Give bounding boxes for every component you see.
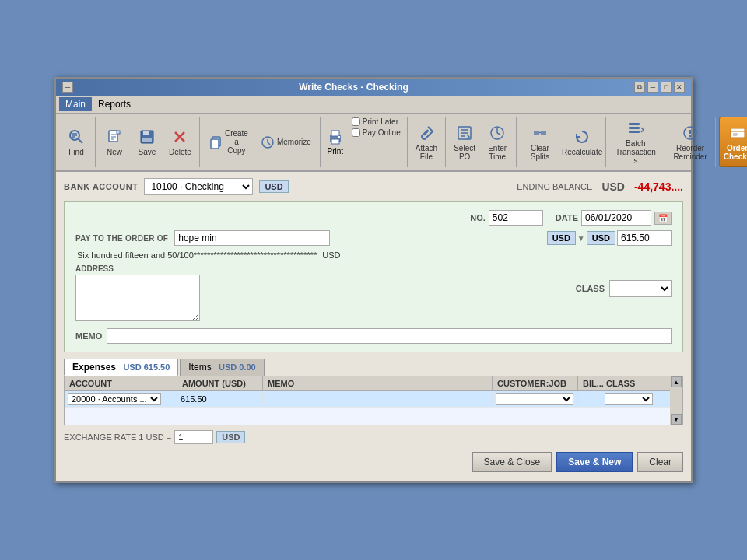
written-currency: USD <box>322 250 340 260</box>
th-customer-job: CUSTOMER:JOB <box>493 376 578 390</box>
amount-group: USD ▼ USD <box>547 230 672 246</box>
order-checks-button[interactable]: Order Checks <box>719 117 747 167</box>
delete-button[interactable]: Delete <box>164 117 196 167</box>
system-menu-btn[interactable]: ─ <box>62 82 73 93</box>
amount-cell-input[interactable] <box>181 394 259 404</box>
exchange-rate-label: EXCHANGE RATE 1 USD = <box>64 432 171 442</box>
save-close-button[interactable]: Save & Close <box>472 452 552 472</box>
balance-currency: USD <box>601 180 625 193</box>
pay-online-label: Pay Online <box>363 128 401 137</box>
new-label: New <box>107 148 122 156</box>
th-billable: BIL... <box>578 376 601 390</box>
tab-items[interactable]: Items USD 0.00 <box>180 359 264 376</box>
new-icon <box>105 128 124 146</box>
reorder-reminder-button[interactable]: Reorder Reminder <box>668 117 711 167</box>
items-tab-amount: USD 0.00 <box>219 362 256 372</box>
close-btn[interactable]: ✕ <box>674 82 685 93</box>
class-select[interactable] <box>609 280 672 297</box>
svg-point-39 <box>689 135 692 137</box>
check-no-label: NO. <box>470 213 486 222</box>
edit-group: New Save De <box>99 117 200 167</box>
account-select[interactable]: 20000 · Accounts ... <box>68 393 161 405</box>
bank-currency-badge: USD <box>259 180 288 193</box>
print-options: Print Later Pay Online <box>349 117 404 167</box>
enter-time-button[interactable]: Enter Time <box>482 117 513 167</box>
check-no-input[interactable] <box>489 210 543 226</box>
minimize-btn[interactable]: ─ <box>647 82 658 93</box>
order-checks-label: Order Checks <box>724 144 747 161</box>
enter-time-label: Enter Time <box>486 144 508 161</box>
amount-input[interactable] <box>617 230 672 246</box>
exchange-rate-row: EXCHANGE RATE 1 USD = USD <box>64 430 683 444</box>
print-group: Print Print Later Pay Online <box>324 117 408 167</box>
attach-file-button[interactable]: Attach File <box>411 117 442 167</box>
svg-rect-7 <box>117 131 120 134</box>
address-section: ADDRESS <box>75 264 200 324</box>
table-scrollbar[interactable]: ▲ ▼ <box>670 376 682 425</box>
select-po-icon <box>455 124 474 142</box>
customer-job-select[interactable] <box>496 393 573 405</box>
memo-cell-input[interactable] <box>266 394 489 404</box>
clear-splits-icon <box>531 124 549 142</box>
class-cell-select[interactable] <box>605 393 653 405</box>
pay-online-checkbox[interactable] <box>352 128 360 137</box>
svg-rect-13 <box>142 138 152 142</box>
expenses-tab-amount: USD 615.50 <box>123 362 170 372</box>
svg-rect-31 <box>534 131 539 135</box>
items-table-area: ACCOUNT AMOUNT (USD) MEMO CUSTOMER:JOB B… <box>64 376 683 425</box>
restore-btn[interactable]: ⧉ <box>634 82 645 93</box>
expenses-tab-label: Expenses <box>72 362 116 373</box>
check-date-label: DATE <box>556 213 578 222</box>
check-area: NO. DATE 📅 PAY TO THE ORDER OF USD ▼ USD <box>64 201 683 352</box>
calendar-button[interactable]: 📅 <box>654 212 672 225</box>
scroll-down-btn[interactable]: ▼ <box>671 414 682 425</box>
print-button[interactable]: Print <box>324 117 347 167</box>
save-new-button[interactable]: Save & New <box>556 452 633 472</box>
bank-account-select[interactable]: 10100 · Checking <box>144 178 253 195</box>
exchange-rate-input[interactable] <box>174 430 213 444</box>
batch-transactions-button[interactable]: Batch Transactions <box>609 117 661 167</box>
clear-button[interactable]: Clear <box>637 452 683 472</box>
clear-splits-label: Clear Splits <box>524 144 556 161</box>
recalculate-icon <box>573 128 591 146</box>
th-memo: MEMO <box>263 376 493 390</box>
select-po-button[interactable]: Select PO <box>449 117 480 167</box>
class-label: CLASS <box>576 284 605 293</box>
svg-rect-5 <box>109 131 117 142</box>
scroll-up-btn[interactable]: ▲ <box>671 376 682 387</box>
table-container: ACCOUNT AMOUNT (USD) MEMO CUSTOMER:JOB B… <box>65 376 670 425</box>
menu-item-reports[interactable]: Reports <box>92 97 137 111</box>
address-textarea[interactable] <box>75 275 200 321</box>
batch-group: Batch Transactions <box>609 117 665 167</box>
items-tab-label: Items <box>188 362 211 373</box>
check-no-field: NO. <box>470 210 543 226</box>
menu-bar: Main Reports <box>56 96 691 114</box>
pay-online-btn[interactable]: Pay Online <box>349 128 404 138</box>
window-controls-right: ⧉ ─ □ ✕ <box>634 82 685 93</box>
clear-splits-button[interactable]: Clear Splits <box>520 117 560 167</box>
svg-rect-40 <box>731 128 745 138</box>
recalculate-button[interactable]: Recalculate <box>562 117 603 167</box>
check-date-input[interactable] <box>581 210 651 226</box>
new-button[interactable]: New <box>99 117 130 167</box>
title-bar: ─ Write Checks - Checking ⧉ ─ □ ✕ <box>56 79 691 96</box>
save-button[interactable]: Save <box>132 117 163 167</box>
find-icon <box>67 128 86 146</box>
find-button[interactable]: Find <box>61 117 92 167</box>
td-billable <box>578 397 601 401</box>
tab-expenses[interactable]: Expenses USD 615.50 <box>64 359 178 376</box>
payto-input[interactable] <box>174 230 330 246</box>
print-later-btn[interactable]: Print Later <box>349 117 404 127</box>
attach-file-icon <box>417 124 436 142</box>
create-copy-button[interactable]: Create a Copy <box>203 117 254 167</box>
written-amount-text: Six hundred fifteen and 50/100**********… <box>77 250 317 260</box>
memorize-button[interactable]: Memorize <box>255 117 317 167</box>
order-checks-group: Order Checks <box>719 117 747 167</box>
main-window: ─ Write Checks - Checking ⧉ ─ □ ✕ Main R… <box>54 77 693 483</box>
ending-balance-label: ENDING BALANCE <box>517 182 592 191</box>
menu-item-main[interactable]: Main <box>59 97 92 111</box>
td-account: 20000 · Accounts ... <box>65 391 177 407</box>
print-later-checkbox[interactable] <box>352 117 360 126</box>
maximize-btn[interactable]: □ <box>661 82 672 93</box>
memo-input[interactable] <box>107 328 672 344</box>
